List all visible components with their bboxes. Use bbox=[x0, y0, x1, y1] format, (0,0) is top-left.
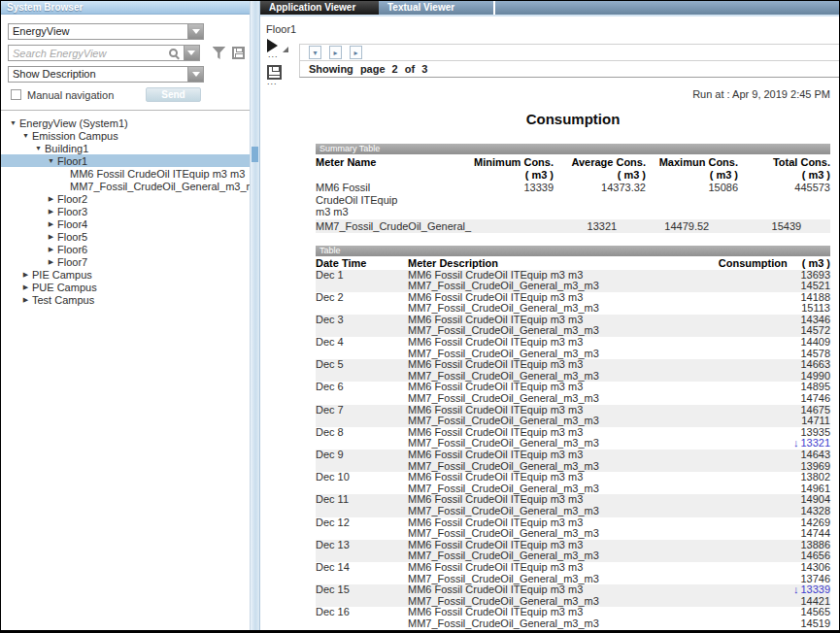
tree-item-label: MM6 Fossil CrudeOil ITEquip m3 m3 bbox=[70, 168, 245, 180]
tree-item-label: Test Campus bbox=[32, 294, 94, 306]
tabbar-divider bbox=[493, 1, 495, 15]
summary-min-value: 13321 bbox=[524, 220, 617, 233]
dropdown-arrow-icon[interactable] bbox=[187, 24, 203, 39]
row-date: Dec 5 bbox=[316, 359, 408, 371]
tree-item[interactable]: ▶ Floor3 bbox=[1, 205, 250, 217]
search-box bbox=[8, 45, 200, 61]
row-date bbox=[316, 281, 408, 292]
summary-table-row: MM6 Fossil CrudeOil ITEquip m3 m3 13339 … bbox=[316, 181, 830, 219]
table-row: Dec 10 MM6 Fossil CrudeOil ITEquip m3 m3… bbox=[316, 472, 830, 483]
row-date: Dec 15 bbox=[316, 584, 408, 596]
send-button[interactable]: Send bbox=[146, 87, 201, 102]
manual-navigation-checkbox[interactable] bbox=[11, 89, 21, 100]
row-meter-description: MM7_Fossil_CrudeOil_General_m3_m3 bbox=[408, 596, 723, 608]
tree-item[interactable]: ▼ Building1 bbox=[1, 142, 250, 154]
tree-item[interactable]: ▶ Floor4 bbox=[1, 217, 250, 230]
row-meter-description: MM7_Fossil_CrudeOil_General_m3_m3 bbox=[408, 483, 723, 495]
tree-item[interactable]: ▶ Floor2 bbox=[1, 192, 250, 205]
expand-arrow-icon[interactable]: ▶ bbox=[19, 283, 32, 291]
expand-arrow-icon[interactable]: ▶ bbox=[45, 233, 57, 241]
expand-arrow-icon[interactable]: ▶ bbox=[19, 271, 32, 279]
row-meter-description: MM7_Fossil_CrudeOil_General_m3_m3 bbox=[408, 349, 723, 360]
tree-item[interactable]: MM6 Fossil CrudeOil ITEquip m3 m3 bbox=[1, 167, 250, 180]
tab-textual-viewer[interactable]: Textual Viewer bbox=[379, 1, 497, 15]
row-meter-description: MM7_Fossil_CrudeOil_General_m3_m3 bbox=[408, 325, 723, 337]
col-date-time: Date Time bbox=[316, 257, 408, 270]
tree-item[interactable]: MM7_Fossil_CrudeOil_General_m3_m3 bbox=[1, 180, 250, 192]
row-meter-description: MM7_Fossil_CrudeOil_General_m3_m3 bbox=[408, 528, 723, 540]
run-report-icon[interactable]: ... bbox=[267, 39, 296, 60]
tree-item-label: Building1 bbox=[45, 143, 88, 154]
context-label: Floor1 bbox=[266, 23, 296, 35]
row-meter-description: MM6 Fossil CrudeOil ITEquip m3 m3 bbox=[408, 427, 723, 439]
table-row: MM7_Fossil_CrudeOil_General_m3_m3 ↓14990 bbox=[316, 371, 830, 383]
row-meter-description: MM6 Fossil CrudeOil ITEquip m3 m3 bbox=[408, 382, 723, 393]
table-row: MM7_Fossil_CrudeOil_General_m3_m3 ↓14746 bbox=[316, 393, 830, 405]
row-consumption-value: ↓14519 bbox=[723, 618, 830, 630]
save-filter-icon[interactable] bbox=[232, 47, 245, 59]
collapse-arrow-icon[interactable]: ▼ bbox=[45, 157, 57, 164]
row-date: Dec 4 bbox=[316, 337, 408, 349]
row-meter-description: MM7_Fossil_CrudeOil_General_m3_m3 bbox=[408, 506, 723, 517]
expand-arrow-icon[interactable]: ▶ bbox=[45, 246, 57, 253]
row-date bbox=[316, 506, 408, 517]
row-date bbox=[316, 618, 408, 630]
system-dropdown-value: EnergyView bbox=[9, 24, 187, 39]
summary-table-body: MM6 Fossil CrudeOil ITEquip m3 m3 13339 … bbox=[316, 181, 830, 233]
summary-avg-value: 14479.52 bbox=[617, 220, 709, 233]
tree-item[interactable]: ▼ Emission Campus bbox=[1, 129, 250, 142]
tree-item[interactable]: ▼ EnergyView (System1) bbox=[1, 117, 250, 129]
row-date bbox=[316, 528, 408, 540]
browser-controls: EnergyView Show Description bbox=[1, 15, 250, 111]
panel-splitter[interactable] bbox=[251, 1, 260, 630]
tree-item[interactable]: ▶ Floor6 bbox=[1, 243, 250, 255]
table-row: MM7_Fossil_CrudeOil_General_m3_m3 ↓14578 bbox=[316, 349, 830, 360]
description-dropdown[interactable]: Show Description bbox=[8, 66, 204, 83]
splitter-handle-icon[interactable] bbox=[252, 147, 258, 162]
row-meter-description: MM6 Fossil CrudeOil ITEquip m3 m3 bbox=[408, 315, 723, 326]
paging-status: Showing page 2 of 3 bbox=[299, 61, 839, 78]
expand-arrow-icon[interactable]: ▶ bbox=[45, 195, 57, 203]
tree-item[interactable]: ▶ PIE Campus bbox=[1, 268, 250, 281]
summary-max-value: 15439 bbox=[709, 220, 801, 233]
report-viewer-body: ▾ ▸ ▸ Showing page 2 of 3 Run at : Apr 9… bbox=[299, 44, 839, 630]
table-row: MM7_Fossil_CrudeOil_General_m3_m3 ↓13746 bbox=[316, 574, 830, 585]
viewer-action-column: ... ... bbox=[267, 39, 296, 84]
next-page-icon[interactable]: ▸ bbox=[329, 46, 342, 59]
tree-item[interactable]: ▶ PUE Campus bbox=[1, 281, 250, 293]
min-value-arrow-icon: ↓ bbox=[793, 583, 799, 595]
last-page-icon[interactable]: ▸ bbox=[350, 46, 362, 59]
table-row: Dec 1 MM6 Fossil CrudeOil ITEquip m3 m3 … bbox=[316, 270, 830, 282]
expand-arrow-icon[interactable]: ▶ bbox=[45, 258, 57, 266]
collapse-arrow-icon[interactable]: ▼ bbox=[32, 145, 45, 151]
table-row: MM7_Fossil_CrudeOil_General_m3_m3 ↓15113 bbox=[316, 303, 830, 315]
summary-max-value: 15086 bbox=[646, 182, 738, 194]
summary-total-value: 445573 bbox=[738, 182, 830, 194]
table-row: Dec 11 MM6 Fossil CrudeOil ITEquip m3 m3… bbox=[316, 494, 830, 506]
tree-item[interactable]: ▼ Floor1 bbox=[1, 154, 250, 167]
tree-item[interactable]: ▶ Floor7 bbox=[1, 255, 250, 268]
search-icon[interactable] bbox=[169, 49, 178, 57]
tree-item[interactable]: ▶ Test Campus bbox=[1, 293, 250, 306]
row-meter-description: MM6 Fossil CrudeOil ITEquip m3 m3 bbox=[408, 337, 723, 349]
summary-meter-name: MM6 Fossil CrudeOil ITEquip m3 m3 bbox=[316, 182, 461, 218]
expand-arrow-icon[interactable]: ▶ bbox=[45, 220, 57, 228]
app-window: System Browser EnergyView Show D bbox=[0, 0, 840, 633]
row-meter-description: MM6 Fossil CrudeOil ITEquip m3 m3 bbox=[408, 540, 723, 551]
table-row: Dec 4 MM6 Fossil CrudeOil ITEquip m3 m3 … bbox=[316, 337, 830, 349]
row-date: Dec 9 bbox=[316, 450, 408, 461]
system-dropdown[interactable]: EnergyView bbox=[8, 23, 204, 40]
tree-item[interactable]: ▶ Floor5 bbox=[1, 230, 250, 243]
tree-item-label: Floor2 bbox=[57, 193, 87, 205]
collapse-arrow-icon[interactable]: ▼ bbox=[7, 119, 19, 126]
expand-arrow-icon[interactable]: ▶ bbox=[19, 296, 32, 304]
prev-page-icon[interactable]: ▾ bbox=[309, 46, 321, 59]
tab-application-viewer[interactable]: Application Viewer bbox=[260, 1, 379, 15]
collapse-arrow-icon[interactable]: ▼ bbox=[19, 132, 32, 139]
search-input[interactable] bbox=[9, 46, 169, 60]
filter-icon[interactable] bbox=[213, 47, 226, 59]
dropdown-arrow-icon[interactable] bbox=[187, 67, 203, 82]
save-report-icon[interactable] bbox=[267, 65, 282, 80]
search-dropdown-arrow-icon[interactable] bbox=[184, 46, 199, 60]
expand-arrow-icon[interactable]: ▶ bbox=[45, 208, 57, 216]
